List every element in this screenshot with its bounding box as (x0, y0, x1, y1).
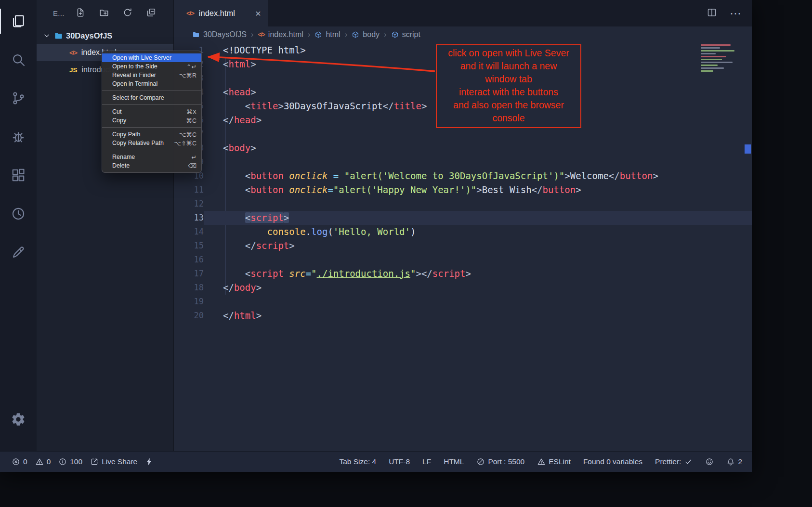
code-line-13[interactable]: 13 <script> (174, 211, 752, 225)
code-token: </ (223, 310, 234, 321)
split-editor-button[interactable] (707, 7, 717, 20)
status-eslint[interactable]: ESLint (537, 457, 571, 466)
line-number[interactable]: 18 (174, 281, 204, 295)
code-token: > (653, 170, 658, 181)
activity-extensions-button[interactable] (0, 156, 37, 195)
status-live-server-port[interactable]: Port : 5500 (476, 457, 524, 466)
status-right: Tab Size: 4UTF-8LFHTMLPort : 5500ESLintF… (339, 457, 742, 466)
status-found-variables[interactable]: Found 0 variables (583, 457, 642, 466)
line-number[interactable]: 11 (174, 183, 204, 197)
status-language-mode[interactable]: HTML (444, 457, 464, 466)
source-control-icon (11, 91, 26, 106)
code-token: </ (609, 170, 620, 181)
code-token: > (284, 212, 289, 223)
menu-item-copy[interactable]: Copy⌘C (102, 116, 201, 125)
breadcrumb-html[interactable]: html (314, 30, 340, 39)
code-line-20[interactable]: 20</html> (174, 309, 752, 323)
refresh-button[interactable] (122, 7, 133, 20)
tab-close-button[interactable]: × (255, 8, 261, 18)
line-number[interactable]: 13 (174, 211, 204, 225)
smiley-icon (705, 457, 714, 466)
menu-item-copy-path[interactable]: Copy Path⌥⌘C (102, 130, 201, 139)
annotation-text-line: click on open with Live Sever (437, 47, 580, 60)
code-line-14[interactable]: 14 console.log('Hello, World') (174, 225, 752, 239)
code-line-9[interactable]: 9 (174, 155, 752, 169)
new-folder-button[interactable] (99, 7, 109, 20)
line-number[interactable]: 12 (174, 197, 204, 211)
code-token: " (311, 268, 316, 279)
line-number[interactable]: 16 (174, 253, 204, 267)
minimap[interactable] (701, 44, 743, 73)
menu-item-reveal-in-finder[interactable]: Reveal in Finder⌥⌘R (102, 71, 201, 79)
collapse-all-button[interactable] (146, 7, 157, 20)
menu-item-shortcut: ⌘C (186, 117, 196, 124)
code-line-12[interactable]: 12 (174, 197, 752, 211)
menu-separator (102, 150, 201, 150)
status-errors[interactable]: 0 (12, 457, 27, 466)
menu-item-select-for-compare[interactable]: Select for Compare (102, 93, 201, 102)
breadcrumb-body[interactable]: body (352, 30, 380, 39)
code-line-18[interactable]: 18</body> (174, 281, 752, 295)
menu-item-shortcut: ⌥⇧⌘C (174, 140, 196, 147)
breadcrumb-index-html[interactable]: </>index.html (258, 30, 303, 39)
code-token: " (410, 268, 416, 279)
activity-history-button[interactable] (0, 195, 37, 233)
new-file-button[interactable] (75, 7, 86, 20)
line-number[interactable]: 17 (174, 267, 204, 281)
activity-search-button[interactable] (0, 40, 37, 79)
code-line-11[interactable]: 11 <button onclick="alert('Happy New Yea… (174, 183, 752, 197)
activity-source-control-button[interactable] (0, 79, 37, 117)
status-live-share[interactable]: Live Share (90, 457, 137, 466)
code-token: html (228, 59, 250, 69)
status-prettier[interactable]: Prettier: (655, 457, 693, 466)
new-folder-icon (99, 7, 109, 18)
code-line-16[interactable]: 16 (174, 253, 752, 267)
status-warnings[interactable]: 0 (35, 457, 51, 466)
activity-run-debug-button[interactable] (0, 117, 37, 156)
breadcrumb-script[interactable]: script (391, 30, 420, 39)
line-number[interactable]: 19 (174, 295, 204, 309)
code-token: button (250, 170, 284, 181)
status-feedback[interactable] (705, 457, 714, 466)
status-eol[interactable]: LF (422, 457, 431, 466)
status-quick-actions[interactable] (145, 457, 154, 466)
code-token: head (234, 115, 256, 125)
menu-item-rename[interactable]: Rename↵ (102, 153, 201, 161)
menu-item-open-with-live-server[interactable]: Open with Live Server (102, 53, 201, 62)
breadcrumb-30daysofjs[interactable]: 30DaysOfJS (192, 30, 247, 39)
status-info[interactable]: 100 (58, 457, 82, 466)
menu-item-open-in-terminal[interactable]: Open in Terminal (102, 79, 201, 88)
activity-settings-button[interactable] (0, 400, 37, 439)
tree-root-folder[interactable]: 30DaysOfJS (37, 27, 173, 44)
menu-item-delete[interactable]: Delete⌫ (102, 161, 201, 170)
code-token: button (620, 170, 653, 181)
menu-item-open-to-the-side[interactable]: Open to the Side⌃↵ (102, 62, 201, 71)
line-number[interactable]: 20 (174, 309, 204, 323)
breadcrumb-label: script (402, 30, 420, 39)
tab-index-html[interactable]: </>index.html× (174, 0, 268, 26)
status-label: Live Share (102, 457, 137, 466)
code-token: Best Wish (482, 184, 532, 195)
annotation-box: click on open with Live Severand it will… (436, 44, 581, 128)
code-token: log (311, 226, 327, 237)
code-line-8[interactable]: 8<body> (174, 141, 752, 155)
menu-item-copy-relative-path[interactable]: Copy Relative Path⌥⇧⌘C (102, 139, 201, 147)
code-line-17[interactable]: 17 <script src="./introduction.js"></scr… (174, 267, 752, 281)
status-tab-size[interactable]: Tab Size: 4 (339, 457, 376, 466)
menu-item-cut[interactable]: Cut⌘X (102, 107, 201, 116)
line-number[interactable]: 15 (174, 239, 204, 253)
minimap-line (701, 70, 713, 72)
more-actions-button[interactable]: ⋯ (730, 8, 741, 19)
line-number[interactable]: 14 (174, 225, 204, 239)
code-line-15[interactable]: 15 </script> (174, 239, 752, 253)
code-token: < (223, 143, 228, 153)
cube-icon (352, 31, 359, 39)
activity-pen-tool-button[interactable] (0, 233, 37, 272)
activity-explorer-button[interactable] (0, 2, 37, 40)
status-notifications[interactable]: 2 (726, 457, 742, 466)
code-line-7[interactable]: 7 (174, 127, 752, 141)
code-line-19[interactable]: 19 (174, 295, 752, 309)
status-encoding[interactable]: UTF-8 (389, 457, 410, 466)
code-line-10[interactable]: 10 <button onclick = "alert('Welcome to … (174, 169, 752, 183)
bell-icon (726, 457, 735, 466)
